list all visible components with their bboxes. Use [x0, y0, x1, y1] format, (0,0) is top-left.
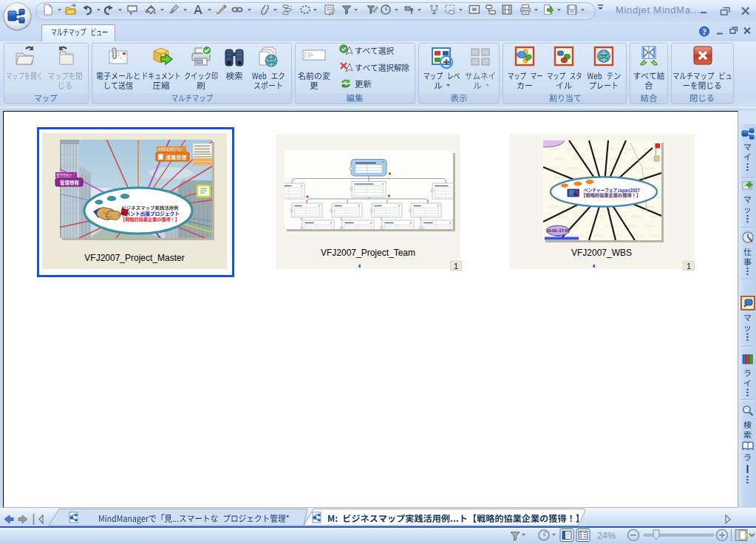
svg-text:?: ?	[702, 27, 706, 36]
svg-text:10:00~17:00: 10:00~17:00	[546, 228, 569, 233]
svg-text:Mindjet MindMa...: Mindjet MindMa...	[616, 4, 701, 16]
svg-text:24%: 24%	[597, 531, 616, 541]
